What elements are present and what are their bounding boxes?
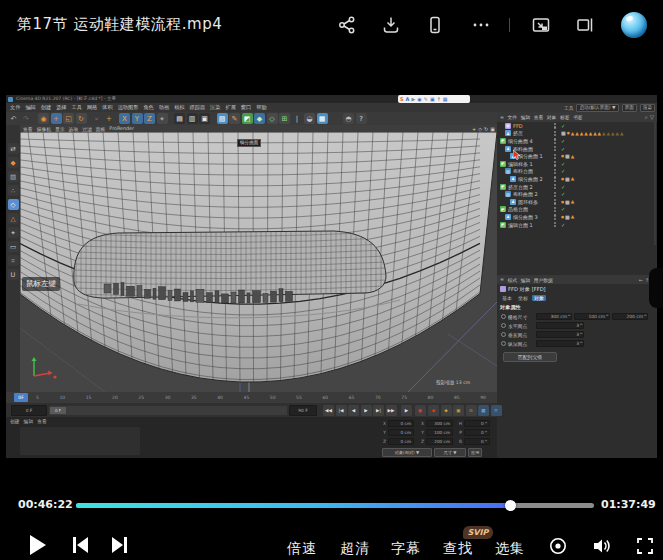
selection-tag-icon[interactable]: ▲	[571, 199, 574, 204]
toolbar-icon[interactable]: ↷	[21, 113, 32, 124]
object-tags[interactable]: ✓	[561, 160, 565, 168]
palette-icon[interactable]: ⇄	[8, 143, 19, 154]
object-tree-row[interactable]: ♟挤压▩●▲▲▲▲▲▲▲▲▲▲▲▲	[497, 130, 657, 138]
palette-icon[interactable]: ⌗	[8, 255, 19, 266]
visibility-dots[interactable]	[553, 169, 557, 175]
toolbar-icon[interactable]: ◒	[304, 113, 315, 124]
volume-icon[interactable]	[591, 536, 611, 560]
om-menu-item[interactable]: 对象	[547, 114, 557, 120]
search-icon[interactable]: ⌕	[645, 114, 648, 121]
texture-tag-icon[interactable]: ▩	[565, 153, 570, 159]
object-tags[interactable]: ✓	[561, 221, 565, 229]
menu-item[interactable]: 文件	[10, 104, 20, 111]
object-tags[interactable]: ●▩▲	[561, 175, 574, 183]
object-name[interactable]: 细分曲面 4	[508, 138, 533, 144]
toolbar-icon[interactable]: ◓	[343, 113, 354, 124]
object-tree-row[interactable]: ◩挤压台面 2✓	[497, 183, 657, 191]
viewport-menu-item[interactable]: 过滤	[82, 126, 92, 132]
enabled-check-icon[interactable]: ✓	[561, 184, 565, 190]
phong-tag-icon[interactable]: ●	[561, 200, 564, 204]
phong-tag-icon[interactable]: ●	[561, 215, 564, 219]
dock-right-icon[interactable]	[575, 15, 595, 35]
toolbar-icon[interactable]: X	[119, 113, 130, 124]
visibility-dots[interactable]	[553, 184, 557, 190]
attribute-value-field[interactable]: 100 cm◂▸	[574, 313, 610, 320]
progress-bar-fill[interactable]	[76, 503, 511, 508]
pan-icon[interactable]: +	[472, 126, 476, 132]
selection-tag-dim-icon[interactable]: ▲	[602, 131, 605, 136]
coordinate-value-field[interactable]: 0 °	[464, 420, 490, 427]
menu-item[interactable]: 帮助	[256, 104, 266, 111]
phong-tag-icon[interactable]: ●	[561, 177, 564, 181]
object-tree-row[interactable]: ◩编辑样条 1✓	[497, 160, 657, 168]
visibility-dots[interactable]	[553, 207, 557, 213]
toolbar-icon[interactable]: ▣	[199, 113, 210, 124]
object-tags[interactable]: ✓	[561, 206, 565, 214]
coordinate-value-field[interactable]: 0 °	[464, 438, 490, 445]
visibility-dots[interactable]	[553, 214, 557, 220]
download-icon[interactable]	[381, 15, 401, 35]
episodes-button[interactable]: 选集	[495, 540, 525, 558]
object-tree-row[interactable]: ▧布料台面✓	[497, 168, 657, 176]
selection-tag-dim-icon[interactable]: ▲	[615, 131, 618, 136]
object-tags[interactable]: ✓	[561, 122, 565, 130]
viewport-menu-item[interactable]: 显示	[55, 126, 65, 132]
texture-tag-icon[interactable]: ▩	[565, 199, 570, 205]
enabled-check-icon[interactable]: ✓	[561, 191, 565, 197]
object-tags[interactable]: ●▩▲	[561, 152, 574, 160]
share-icon[interactable]	[337, 15, 357, 35]
palette-icon[interactable]: △	[8, 213, 19, 224]
rotate-icon[interactable]: ↻	[484, 126, 488, 132]
selection-tag-icon[interactable]: ▲	[598, 131, 601, 136]
attribute-value-field[interactable]: 3◂▸	[536, 340, 584, 347]
texture-tag-icon[interactable]: ▩	[561, 130, 566, 136]
object-tags[interactable]: ●▩▲	[561, 213, 574, 221]
material-menu-item[interactable]: 查看	[37, 418, 47, 424]
coordinate-value-field[interactable]: 0 cm	[388, 438, 414, 445]
am-menu-item[interactable]: 用户数据	[534, 277, 553, 283]
maximize-icon[interactable]: ▣	[490, 126, 495, 132]
coordinate-value-field[interactable]: 100 cm	[426, 429, 453, 436]
object-tree-row[interactable]: ▧布料曲面 2✓	[497, 190, 657, 198]
object-manager-tree[interactable]: ▦FFD✓♟挤压▩●▲▲▲▲▲▲▲▲▲▲▲▲◩细分曲面 4✓♟布料曲面✓♟细分曲…	[497, 122, 657, 245]
object-tree-row[interactable]: ♟布料曲面✓	[497, 145, 657, 153]
fullscreen-icon[interactable]	[635, 536, 655, 560]
viewport-menu-item[interactable]: 面板	[96, 126, 106, 132]
object-tags[interactable]: ●▩▲	[561, 198, 574, 206]
om-menu-item[interactable]: 编辑	[521, 114, 531, 120]
attribute-value-field[interactable]: 3◂▸	[536, 322, 584, 329]
enabled-check-icon[interactable]: ✓	[561, 161, 565, 167]
viewport-menu-item[interactable]: 查看	[23, 126, 33, 132]
material-menu-item[interactable]: 编辑	[24, 418, 34, 424]
object-tags[interactable]: ✓	[561, 168, 565, 176]
filter-icon[interactable]: ▽	[650, 114, 654, 120]
phong-tag-icon[interactable]: ●	[561, 154, 564, 158]
object-tags[interactable]: ✓	[561, 145, 565, 153]
layout-render-button[interactable]: 渲染	[640, 104, 655, 112]
toolbar-icon[interactable]: |	[292, 113, 303, 124]
coordinate-value-field[interactable]: 0 cm	[388, 420, 414, 427]
object-tree-row[interactable]: ♟圆环样条●▩▲	[497, 198, 657, 206]
viewport-view-icons[interactable]: +◇↻▣	[472, 125, 495, 132]
menu-item[interactable]: 编辑	[25, 104, 35, 111]
object-name[interactable]: 挤压	[513, 130, 523, 136]
toolbar-icon[interactable]: ?	[356, 113, 367, 124]
mobile-icon[interactable]	[425, 15, 445, 35]
object-manager-search[interactable]: ⌕▽	[645, 112, 654, 122]
selection-tag-dim-icon[interactable]: ▲	[620, 131, 623, 136]
toolbar-icon[interactable]: Z	[144, 113, 155, 124]
goto-end-button[interactable]: ▶	[401, 405, 412, 416]
attribute-tab[interactable]: 基本	[500, 295, 514, 302]
record-button[interactable]: ◆	[428, 405, 439, 416]
viewport-3d[interactable]	[20, 132, 497, 392]
zoom-icon[interactable]: ◇	[478, 126, 482, 132]
coordinate-value-field[interactable]: 0 °	[464, 429, 490, 436]
enabled-check-icon[interactable]: ✓	[561, 206, 565, 212]
toolbar-icon[interactable]: ↶	[8, 113, 19, 124]
match-to-parent-button[interactable]: 匹配到父级	[503, 352, 557, 362]
coordinate-value-field[interactable]: 0 cm	[388, 429, 414, 436]
menu-item[interactable]: 网格	[87, 104, 97, 111]
object-name[interactable]: FFD	[513, 123, 523, 129]
toolbar-icon[interactable]: ▤	[174, 113, 185, 124]
visibility-dots[interactable]	[553, 161, 557, 167]
